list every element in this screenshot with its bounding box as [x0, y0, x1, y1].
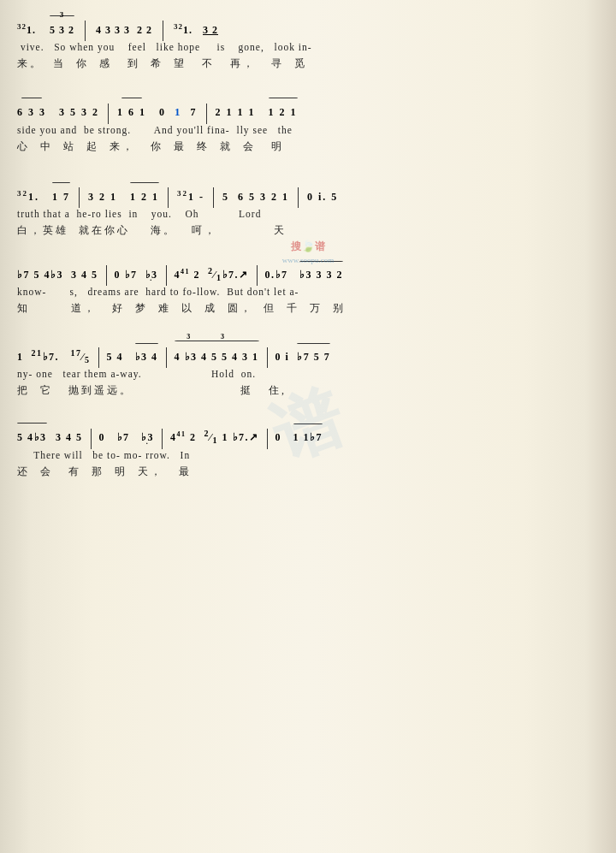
note: 2	[190, 431, 197, 443]
slur-group-9: 3 3 4 ♭3 4 5 5 4 3 1	[175, 341, 259, 365]
lyric-english-2: side you and be strong. And you'll fina-…	[17, 124, 599, 139]
slur-group-1: 3 5 3 2	[50, 15, 74, 39]
note: 5 4♭3	[17, 431, 47, 443]
note: 2⁄1 1 ♭7.	[204, 431, 250, 443]
slur-group-2: 6 3 3	[17, 98, 46, 121]
note: 5	[222, 191, 229, 203]
note: 4 ♭3 4 5 5 4 3 1	[175, 351, 259, 363]
music-section-1: 321. 3 5 3 2 4 3 3 3 2 2 321. 3 2	[13, 9, 603, 74]
slur-group-12: 1 1♭7	[293, 424, 323, 446]
note: ♭3 4	[135, 351, 158, 363]
note: 2⁄1♭7.	[208, 269, 239, 281]
note: 2	[194, 269, 201, 281]
note-arrow: ↗	[239, 269, 249, 281]
note: 0 i	[275, 351, 290, 363]
note-underline: 3 2	[203, 24, 218, 36]
note: ♭7	[117, 431, 130, 443]
note: 0	[99, 431, 106, 443]
note: 1.	[28, 191, 39, 203]
note-blue-1: 1	[175, 105, 182, 118]
note-with-dot: ♭3.	[145, 267, 158, 283]
note: 3 4 5	[71, 269, 98, 281]
note: 0 ♭7	[115, 269, 138, 281]
slur-group-10: ♭7 5 7	[297, 343, 330, 365]
site-logo: 搜🍃谱 www.soopu.com	[282, 240, 334, 264]
note: 4	[175, 269, 181, 281]
note: ♭7 5 4♭3	[17, 269, 63, 281]
lyric-chinese-2: 心 中 站 起 来， 你 最 终 就 会 明	[17, 139, 599, 157]
repeat-mark-2: 32	[174, 22, 183, 31]
music-section-5: 1 21♭7. 17⁄5 5 4 ♭3 4 3 3 4 ♭3 4 5 5 4 3…	[13, 334, 603, 400]
sup-41: 41	[181, 268, 190, 275]
note: 2 1 1 1	[216, 106, 256, 118]
lyric-chinese-5: 把 它 抛到遥远。 挺 住,	[17, 383, 599, 400]
music-section-4: ♭7 5 4♭3 3 4 5 0 ♭7 ♭3. 441 2 2⁄1♭7.↗ 0.…	[13, 256, 603, 318]
lyric-chinese-3: 白，英雄 就在你心 海。 呵， 天	[17, 223, 599, 240]
note-arrow-2: ↗	[249, 431, 259, 443]
repeat-mark-1: 32	[17, 22, 27, 31]
note: 0	[275, 431, 282, 443]
note: 6 3 3	[17, 106, 46, 118]
music-section-6: 5 4♭3 3 4 5 0 ♭7 ♭3. 441 2 2⁄1 1 ♭7.↗ 0 …	[13, 416, 603, 481]
music-section-3: 321. 1 7 3 2 1 1 2 1 321 - 5 6 5 3 2 1 0…	[13, 172, 603, 240]
note: ♭3 3 3 2	[299, 269, 343, 281]
slur-group-5: 1 7	[52, 182, 70, 205]
lyric-chinese-4: 知 道， 好 梦 难 以 成 圆， 但 千 万 别	[17, 301, 599, 318]
note: 5 4	[107, 351, 124, 363]
lyric-english-1: vive. So when you feel like hope is gone…	[17, 41, 599, 56]
note: 1 -	[188, 191, 204, 203]
note: 2 2	[137, 24, 152, 36]
repeat-mark-3: 32	[17, 189, 28, 198]
slur-group-4: 1 2 1	[269, 98, 298, 121]
note: 7	[191, 106, 198, 118]
note: 0 i. 5	[307, 191, 338, 203]
note: 1 2 1	[130, 191, 159, 203]
lyric-chinese-6: 还 会 有 那 明 天， 最	[17, 465, 599, 482]
music-sheet-page: 谱 搜🍃谱 www.soopu.com 321. 3 5 3 2 4 3 3 3…	[0, 0, 616, 853]
note-dot-2: ♭3.	[141, 429, 154, 446]
repeat-mark-4: 32	[177, 189, 188, 198]
note: 21♭7.	[32, 351, 60, 363]
note: 3 5 3 2	[59, 106, 99, 118]
lyric-english-3: truth that a he-ro lies in you. Oh Lord	[17, 208, 599, 223]
slur-group-6: 1 2 1	[130, 182, 159, 205]
note: 5 3 2	[50, 24, 74, 36]
note: 0.♭7	[265, 269, 288, 281]
note: 17⁄5	[71, 351, 91, 363]
note: 6 5 3 2 1	[238, 191, 289, 203]
note: 0	[159, 106, 166, 118]
note: 1.	[183, 24, 192, 36]
lyric-chinese-1: 来。 当 你 感 到 希 望 不 再， 寻 觅	[17, 56, 599, 74]
lyric-english-4: know- s, dreams are hard to fo-llow. But…	[17, 286, 599, 301]
lyric-english-6: There will be to- mo- rrow. In	[17, 449, 599, 465]
note: 3 2 1	[88, 191, 117, 203]
note: 1 6 1	[117, 106, 146, 118]
note: 1	[17, 351, 24, 363]
lyric-english-5: ny- one tear them a-way. Hold on.	[17, 368, 599, 383]
slur-group-3: 1 6 1	[117, 98, 146, 121]
note: 1 7	[52, 191, 70, 203]
note: 1.	[27, 24, 36, 36]
note: 3 4 5	[56, 431, 83, 443]
slur-group-11: 5 4♭3	[17, 423, 47, 446]
note: ♭7 5 7	[297, 351, 330, 363]
note: 4 3 3 3	[96, 24, 130, 36]
sup-41b: 41	[177, 430, 187, 438]
slur-group-8: ♭3 4	[135, 343, 158, 365]
note: 1 1♭7	[293, 431, 323, 443]
music-section-2: 6 3 3 3 5 3 2 1 6 1 0 1 7 2 1 1 1 1 2 1 …	[13, 89, 603, 156]
note: 4	[170, 431, 177, 443]
note: 1 2 1	[269, 106, 298, 118]
